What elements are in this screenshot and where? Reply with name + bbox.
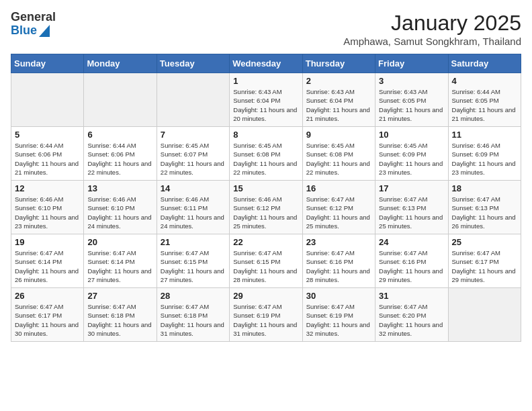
- calendar-week-row: 26Sunrise: 6:47 AMSunset: 6:17 PMDayligh…: [11, 288, 521, 342]
- day-number: 2: [306, 76, 371, 86]
- day-info: Sunrise: 6:47 AMSunset: 6:13 PMDaylight:…: [452, 195, 517, 230]
- day-info: Sunrise: 6:43 AMSunset: 6:04 PMDaylight:…: [233, 87, 298, 123]
- day-info: Sunrise: 6:47 AMSunset: 6:18 PMDaylight:…: [161, 302, 226, 338]
- calendar-cell: 12Sunrise: 6:46 AMSunset: 6:10 PMDayligh…: [11, 181, 84, 234]
- calendar-cell: 9Sunrise: 6:45 AMSunset: 6:08 PMDaylight…: [302, 127, 375, 181]
- calendar-cell: 28Sunrise: 6:47 AMSunset: 6:18 PMDayligh…: [157, 288, 229, 342]
- day-info: Sunrise: 6:45 AMSunset: 6:07 PMDaylight:…: [161, 141, 226, 177]
- weekday-header: Sunday: [11, 54, 84, 73]
- day-info: Sunrise: 6:46 AMSunset: 6:12 PMDaylight:…: [233, 195, 298, 230]
- calendar-cell: 4Sunrise: 6:44 AMSunset: 6:05 PMDaylight…: [448, 73, 521, 127]
- day-number: 12: [15, 183, 80, 193]
- logo-blue: Blue: [11, 24, 37, 38]
- day-number: 19: [15, 237, 80, 247]
- day-info: Sunrise: 6:47 AMSunset: 6:18 PMDaylight:…: [87, 302, 152, 338]
- calendar-cell: 15Sunrise: 6:46 AMSunset: 6:12 PMDayligh…: [230, 181, 302, 234]
- calendar-cell: [157, 73, 229, 127]
- calendar-week-row: 1Sunrise: 6:43 AMSunset: 6:04 PMDaylight…: [11, 73, 521, 127]
- calendar-cell: 7Sunrise: 6:45 AMSunset: 6:07 PMDaylight…: [157, 127, 229, 181]
- day-number: 9: [306, 130, 371, 140]
- weekday-header-row: SundayMondayTuesdayWednesdayThursdayFrid…: [11, 54, 521, 73]
- calendar-cell: 2Sunrise: 6:43 AMSunset: 6:04 PMDaylight…: [302, 73, 375, 127]
- day-info: Sunrise: 6:47 AMSunset: 6:15 PMDaylight:…: [161, 248, 226, 284]
- calendar-cell: 22Sunrise: 6:47 AMSunset: 6:15 PMDayligh…: [230, 234, 302, 288]
- day-number: 29: [233, 291, 298, 301]
- calendar-cell: 25Sunrise: 6:47 AMSunset: 6:17 PMDayligh…: [448, 234, 521, 288]
- day-info: Sunrise: 6:47 AMSunset: 6:14 PMDaylight:…: [15, 248, 80, 284]
- calendar-week-row: 19Sunrise: 6:47 AMSunset: 6:14 PMDayligh…: [11, 234, 521, 288]
- day-info: Sunrise: 6:46 AMSunset: 6:11 PMDaylight:…: [161, 195, 226, 230]
- day-number: 28: [161, 291, 226, 301]
- calendar-cell: 21Sunrise: 6:47 AMSunset: 6:15 PMDayligh…: [157, 234, 229, 288]
- day-info: Sunrise: 6:46 AMSunset: 6:10 PMDaylight:…: [15, 195, 80, 230]
- day-info: Sunrise: 6:44 AMSunset: 6:05 PMDaylight:…: [452, 87, 517, 123]
- weekday-header: Monday: [84, 54, 157, 73]
- calendar-cell: 14Sunrise: 6:46 AMSunset: 6:11 PMDayligh…: [157, 181, 229, 234]
- calendar-cell: 6Sunrise: 6:44 AMSunset: 6:06 PMDaylight…: [84, 127, 157, 181]
- page-header: General Blue January 2025 Amphawa, Samut…: [11, 11, 521, 47]
- logo-general: General: [11, 11, 56, 24]
- weekday-header: Friday: [375, 54, 448, 73]
- month-title: January 2025: [343, 11, 521, 36]
- day-number: 5: [15, 130, 80, 140]
- day-number: 3: [379, 76, 444, 86]
- day-info: Sunrise: 6:44 AMSunset: 6:06 PMDaylight:…: [87, 141, 152, 177]
- calendar-cell: 26Sunrise: 6:47 AMSunset: 6:17 PMDayligh…: [11, 288, 84, 342]
- day-number: 20: [87, 237, 152, 247]
- day-info: Sunrise: 6:45 AMSunset: 6:08 PMDaylight:…: [306, 141, 371, 177]
- day-number: 18: [452, 183, 517, 193]
- day-number: 4: [452, 76, 517, 86]
- day-number: 27: [87, 291, 152, 301]
- day-number: 14: [161, 183, 226, 193]
- calendar-cell: 29Sunrise: 6:47 AMSunset: 6:19 PMDayligh…: [230, 288, 302, 342]
- calendar-table: SundayMondayTuesdayWednesdayThursdayFrid…: [11, 54, 521, 342]
- weekday-header: Wednesday: [230, 54, 302, 73]
- day-info: Sunrise: 6:47 AMSunset: 6:17 PMDaylight:…: [452, 248, 517, 284]
- calendar-cell: [84, 73, 157, 127]
- day-info: Sunrise: 6:47 AMSunset: 6:14 PMDaylight:…: [87, 248, 152, 284]
- calendar-week-row: 5Sunrise: 6:44 AMSunset: 6:06 PMDaylight…: [11, 127, 521, 181]
- calendar-week-row: 12Sunrise: 6:46 AMSunset: 6:10 PMDayligh…: [11, 181, 521, 234]
- calendar-cell: 5Sunrise: 6:44 AMSunset: 6:06 PMDaylight…: [11, 127, 84, 181]
- day-info: Sunrise: 6:43 AMSunset: 6:05 PMDaylight:…: [379, 87, 444, 123]
- calendar-cell: 30Sunrise: 6:47 AMSunset: 6:19 PMDayligh…: [302, 288, 375, 342]
- calendar-cell: 8Sunrise: 6:45 AMSunset: 6:08 PMDaylight…: [230, 127, 302, 181]
- logo-triangle-icon: [39, 25, 50, 37]
- day-info: Sunrise: 6:47 AMSunset: 6:15 PMDaylight:…: [233, 248, 298, 284]
- day-info: Sunrise: 6:45 AMSunset: 6:09 PMDaylight:…: [379, 141, 444, 177]
- logo: General Blue: [11, 11, 56, 38]
- weekday-header: Tuesday: [157, 54, 229, 73]
- day-number: 11: [452, 130, 517, 140]
- calendar-cell: 18Sunrise: 6:47 AMSunset: 6:13 PMDayligh…: [448, 181, 521, 234]
- day-number: 10: [379, 130, 444, 140]
- calendar-cell: 17Sunrise: 6:47 AMSunset: 6:13 PMDayligh…: [375, 181, 448, 234]
- calendar-cell: 1Sunrise: 6:43 AMSunset: 6:04 PMDaylight…: [230, 73, 302, 127]
- day-number: 8: [233, 130, 298, 140]
- day-info: Sunrise: 6:47 AMSunset: 6:13 PMDaylight:…: [379, 195, 444, 230]
- calendar-cell: 13Sunrise: 6:46 AMSunset: 6:10 PMDayligh…: [84, 181, 157, 234]
- calendar-cell: 16Sunrise: 6:47 AMSunset: 6:12 PMDayligh…: [302, 181, 375, 234]
- calendar-cell: 24Sunrise: 6:47 AMSunset: 6:16 PMDayligh…: [375, 234, 448, 288]
- day-number: 7: [161, 130, 226, 140]
- day-info: Sunrise: 6:46 AMSunset: 6:10 PMDaylight:…: [87, 195, 152, 230]
- day-number: 13: [87, 183, 152, 193]
- calendar-cell: 27Sunrise: 6:47 AMSunset: 6:18 PMDayligh…: [84, 288, 157, 342]
- day-number: 26: [15, 291, 80, 301]
- day-info: Sunrise: 6:47 AMSunset: 6:17 PMDaylight:…: [15, 302, 80, 338]
- day-number: 16: [306, 183, 371, 193]
- day-number: 6: [87, 130, 152, 140]
- day-number: 24: [379, 237, 444, 247]
- day-number: 30: [306, 291, 371, 301]
- day-number: 21: [161, 237, 226, 247]
- day-info: Sunrise: 6:47 AMSunset: 6:20 PMDaylight:…: [379, 302, 444, 338]
- location-title: Amphawa, Samut Songkhram, Thailand: [343, 36, 521, 47]
- calendar-cell: 11Sunrise: 6:46 AMSunset: 6:09 PMDayligh…: [448, 127, 521, 181]
- calendar-cell: 19Sunrise: 6:47 AMSunset: 6:14 PMDayligh…: [11, 234, 84, 288]
- calendar-cell: 10Sunrise: 6:45 AMSunset: 6:09 PMDayligh…: [375, 127, 448, 181]
- day-number: 25: [452, 237, 517, 247]
- calendar-cell: 31Sunrise: 6:47 AMSunset: 6:20 PMDayligh…: [375, 288, 448, 342]
- day-info: Sunrise: 6:47 AMSunset: 6:19 PMDaylight:…: [233, 302, 298, 338]
- calendar-cell: [11, 73, 84, 127]
- calendar-cell: 3Sunrise: 6:43 AMSunset: 6:05 PMDaylight…: [375, 73, 448, 127]
- day-info: Sunrise: 6:47 AMSunset: 6:16 PMDaylight:…: [379, 248, 444, 284]
